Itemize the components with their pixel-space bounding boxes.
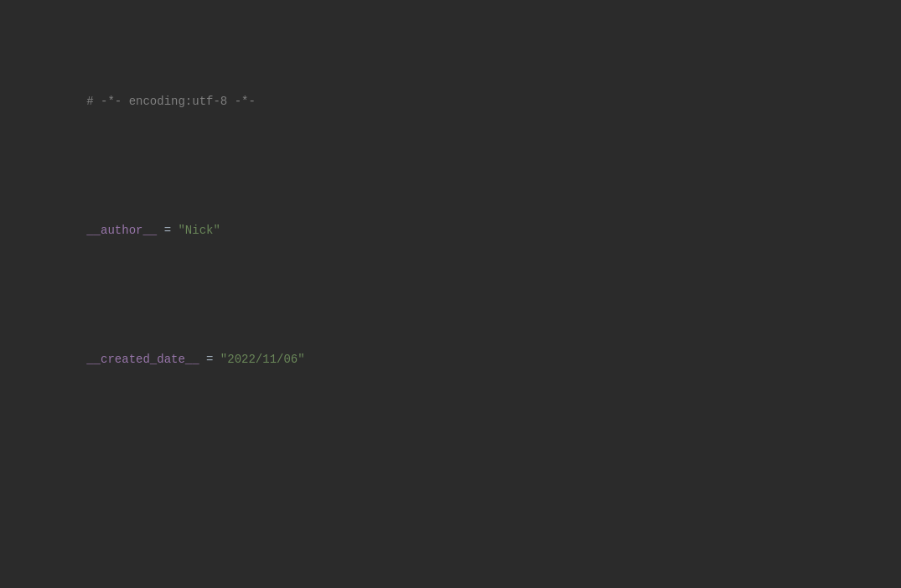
code-editor: # -*- encoding:utf-8 -*- __author__ = "N… bbox=[0, 0, 901, 588]
created-date-value: "2022/11/06" bbox=[220, 353, 305, 366]
equals: = bbox=[157, 224, 178, 237]
author-value: "Nick" bbox=[178, 224, 220, 237]
equals2: = bbox=[199, 353, 220, 366]
line-4 bbox=[0, 461, 901, 479]
comment-encoding: # -*- encoding:utf-8 -*- bbox=[86, 95, 256, 108]
line-1: # -*- encoding:utf-8 -*- bbox=[0, 74, 901, 129]
code-content: # -*- encoding:utf-8 -*- __author__ = "N… bbox=[0, 0, 901, 588]
line-2: __author__ = "Nick" bbox=[0, 203, 901, 258]
author-var: __author__ bbox=[86, 224, 157, 237]
line-5 bbox=[0, 553, 901, 571]
line-3: __created_date__ = "2022/11/06" bbox=[0, 332, 901, 387]
created-date-var: __created_date__ bbox=[86, 353, 199, 366]
